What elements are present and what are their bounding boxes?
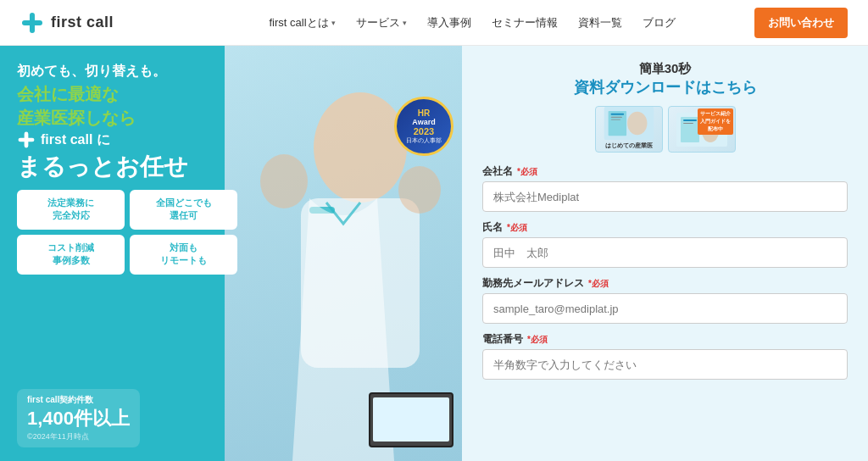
award-award-text: Award bbox=[412, 118, 435, 126]
nav-item-service[interactable]: サービス ▾ bbox=[348, 10, 415, 36]
brochure-svg-1 bbox=[604, 107, 654, 140]
company-label: 会社名 *必須 bbox=[482, 164, 848, 179]
hero-main-copy: まるっとお任せ bbox=[17, 151, 445, 183]
brochure-thumb-2: サービス紹介入門ガイドを配布中 bbox=[668, 106, 736, 153]
company-input[interactable] bbox=[482, 181, 848, 212]
brochure-thumb-1: はじめての産業医 bbox=[595, 106, 663, 153]
right-panel: 簡単30秒 資料ダウンロードはこちら はじめての産業医 サービス紹介入門ガイドを… bbox=[462, 46, 868, 461]
hero-green-text1: 会社に最適な bbox=[17, 83, 445, 105]
form-row-company: 会社名 *必須 bbox=[482, 164, 848, 212]
brochure-badge: サービス紹介入門ガイドを配布中 bbox=[698, 108, 733, 135]
nav-item-documents[interactable]: 資料一覧 bbox=[570, 10, 631, 36]
header: first call first callとは ▾ サービス ▾ 導入事例 セミ… bbox=[0, 0, 868, 46]
hero-inner: 初めても、切り替えも。 会社に最適な 産業医探しなら first call に … bbox=[0, 46, 462, 461]
name-required: *必須 bbox=[507, 222, 527, 234]
award-badge: HR Award 2023 日本の人事部 bbox=[394, 97, 453, 156]
nav-item-seminar[interactable]: セミナー情報 bbox=[483, 10, 566, 36]
svg-point-14 bbox=[627, 112, 647, 135]
main-nav: first callとは ▾ サービス ▾ 導入事例 セミナー情報 資料一覧 ブ… bbox=[190, 10, 754, 36]
chevron-down-icon: ▾ bbox=[331, 19, 336, 27]
svg-rect-13 bbox=[610, 119, 620, 120]
contract-count-box: first call契約件数 1,400件以上 ©2024年11月時点 bbox=[17, 389, 140, 447]
svg-rect-18 bbox=[683, 119, 697, 121]
download-main-title: 資料ダウンロードはこちら bbox=[482, 77, 848, 97]
hero-logo-icon bbox=[17, 131, 36, 149]
email-required: *必須 bbox=[588, 278, 609, 290]
laptop-screen bbox=[373, 397, 449, 442]
feature-grid: 法定業務に 完全対応 全国どこでも 選任可 コスト削減 事例多数 対面も リモー… bbox=[17, 190, 237, 275]
laptop-mockup bbox=[369, 392, 453, 447]
brochure-row: はじめての産業医 サービス紹介入門ガイドを配布中 bbox=[482, 106, 848, 153]
hero-top-text: 初めても、切り替えも。 bbox=[17, 61, 445, 81]
nav-item-blog[interactable]: ブログ bbox=[634, 10, 684, 36]
hero-green-text2: 産業医探しなら bbox=[17, 107, 445, 129]
feature-badge-3: 対面も リモートも bbox=[130, 235, 237, 275]
contract-date: ©2024年11月時点 bbox=[27, 431, 130, 442]
company-required: *必須 bbox=[517, 166, 537, 178]
svg-rect-1 bbox=[22, 20, 42, 25]
award-year-text: 2023 bbox=[414, 126, 434, 136]
email-input[interactable] bbox=[482, 293, 848, 324]
form-row-email: 勤務先メールアドレス *必須 bbox=[482, 276, 848, 324]
name-label: 氏名 *必須 bbox=[482, 220, 848, 235]
award-sub-text: 日本の人事部 bbox=[406, 136, 442, 145]
phone-required: *必須 bbox=[527, 334, 548, 346]
nav-item-firstcall[interactable]: first callとは ▾ bbox=[260, 10, 343, 36]
download-title: 簡単30秒 資料ダウンロードはこちら bbox=[482, 61, 848, 97]
chevron-down-icon: ▾ bbox=[403, 19, 407, 27]
svg-rect-19 bbox=[683, 123, 693, 124]
feature-badge-0: 法定業務に 完全対応 bbox=[17, 190, 125, 230]
download-form: 会社名 *必須 氏名 *必須 勤務先メールアドレス *必須 bbox=[482, 164, 848, 380]
hero-logo-row: first call に bbox=[17, 131, 445, 149]
logo-text: first call bbox=[51, 14, 114, 31]
contract-label: first call契約件数 bbox=[27, 394, 130, 406]
award-hr-text: HR bbox=[418, 108, 430, 118]
nav-item-cases[interactable]: 導入事例 bbox=[419, 10, 480, 36]
feature-badge-1: 全国どこでも 選任可 bbox=[130, 190, 237, 230]
form-row-phone: 電話番号 *必須 bbox=[482, 332, 848, 380]
form-row-name: 氏名 *必須 bbox=[482, 220, 848, 268]
svg-rect-11 bbox=[610, 114, 624, 115]
name-input[interactable] bbox=[482, 237, 848, 268]
feature-badge-2: コスト削減 事例多数 bbox=[17, 235, 125, 275]
main-content: 初めても、切り替えも。 会社に最適な 産業医探しなら first call に … bbox=[0, 46, 868, 461]
phone-input[interactable] bbox=[482, 349, 848, 380]
hero-section: 初めても、切り替えも。 会社に最適な 産業医探しなら first call に … bbox=[0, 46, 462, 461]
svg-rect-8 bbox=[19, 138, 35, 142]
contact-button[interactable]: お問い合わせ bbox=[754, 8, 848, 38]
contract-number: 1,400件以上 bbox=[27, 406, 130, 431]
svg-rect-12 bbox=[610, 117, 622, 118]
phone-label: 電話番号 *必須 bbox=[482, 332, 848, 347]
logo-area: first call bbox=[20, 11, 190, 35]
email-label: 勤務先メールアドレス *必須 bbox=[482, 276, 848, 291]
hero-logo-text: first call に bbox=[41, 131, 110, 149]
logo-icon bbox=[20, 11, 44, 35]
brochure-label-1: はじめての産業医 bbox=[604, 140, 654, 152]
download-subtitle: 簡単30秒 bbox=[482, 61, 848, 77]
